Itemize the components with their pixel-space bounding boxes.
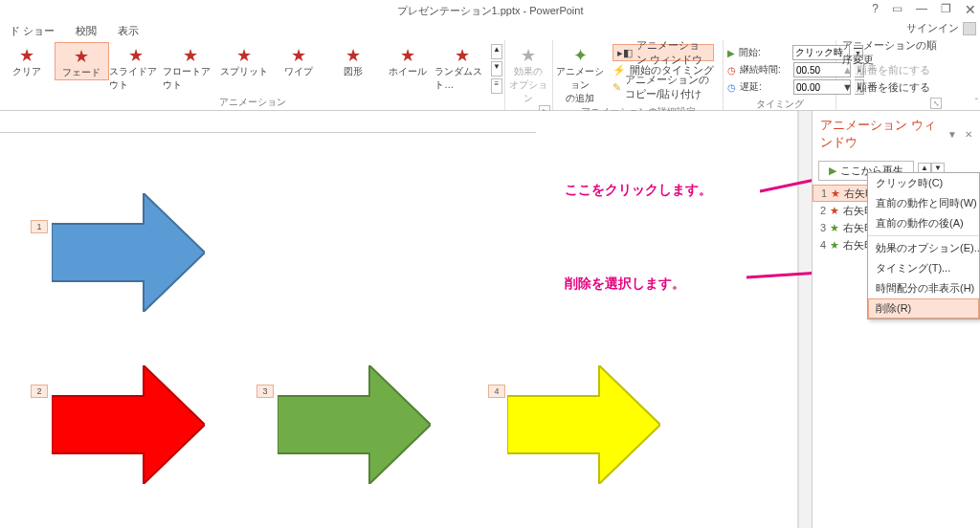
ctx-effect-options[interactable]: 効果のオプション(E)... <box>868 238 979 258</box>
animation-pane-button[interactable]: ▸◧アニメーション ウィンドウ <box>612 44 714 61</box>
animation-painter-button[interactable]: ✎アニメーションのコピー/貼り付け <box>612 78 714 96</box>
clock-icon: ◷ <box>727 82 736 93</box>
pane-close-icon[interactable]: ✕ <box>965 129 972 140</box>
anim-shape[interactable]: ★図形 <box>326 42 381 78</box>
ctx-on-click[interactable]: クリック時(C) <box>868 173 979 193</box>
animation-order-tag[interactable]: 2 <box>31 385 48 398</box>
star-icon: ★ <box>398 46 417 65</box>
timing-group: ▶ 開始: ▼ ◷ 継続時間: ▴ ◷ 遅延: ▴ <box>724 40 836 110</box>
arrow-shape-red[interactable] <box>52 365 205 484</box>
ribbon: ★クリア ★フェード ★スライドアウト ★フロートアウト ★スプリット ★ワイプ… <box>0 40 980 111</box>
ctx-with-previous[interactable]: 直前の動作と同時(W) <box>868 193 979 213</box>
tab-review[interactable]: 校閲 <box>66 22 106 40</box>
tab-slideshow[interactable]: ド ショー <box>0 22 64 40</box>
star-icon: ★ <box>234 46 254 65</box>
arrow-shape-green[interactable] <box>278 365 431 484</box>
animation-order-tag[interactable]: 1 <box>31 220 48 233</box>
annotation-text: ここをクリックします。 <box>565 182 712 199</box>
anim-wipe[interactable]: ★ワイプ <box>272 42 326 78</box>
context-menu: クリック時(C) 直前の動作と同時(W) 直前の動作の後(A) 効果のオプション… <box>867 172 980 319</box>
move-later-button[interactable]: ▼順番を後にする <box>842 78 938 96</box>
star-icon: ★ <box>72 47 91 66</box>
dialog-launcher-icon[interactable]: ⤡ <box>930 98 942 109</box>
gallery-nav: ▲ ▼ ≡ <box>489 42 504 96</box>
add-animation-button[interactable]: ✦ アニメーション の追加 <box>553 42 607 105</box>
sign-in[interactable]: サインイン <box>906 21 976 35</box>
star-icon: ★ <box>519 46 538 65</box>
move-earlier-button[interactable]: ▲順番を前にする <box>842 61 938 78</box>
effect-options-group: ★ 効果の オプション ⤡ <box>505 40 553 110</box>
advanced-animation-group: ✦ アニメーション の追加 ▸◧アニメーション ウィンドウ ⚡開始のタイミング … <box>553 40 724 110</box>
slide-canvas[interactable]: 1 2 3 4 ここをクリックします。 削除を選択します。 <box>0 111 798 528</box>
ribbon-collapse-icon[interactable]: ▭ <box>892 2 902 17</box>
brush-icon: ✎ <box>612 81 621 94</box>
star-icon: ★ <box>181 46 200 65</box>
group-label-animation: アニメーション <box>0 96 504 111</box>
arrow-shape-yellow[interactable] <box>507 365 660 484</box>
animation-pane: アニメーション ウィンドウ ▼✕ ▶ここから再生 ▲▼ 1★右矢印 6▼ 2★右… <box>812 111 980 528</box>
close-icon[interactable]: ✕ <box>965 2 976 17</box>
ctx-remove[interactable]: 削除(R) <box>868 298 979 319</box>
star-icon: ★ <box>344 46 363 65</box>
anim-split[interactable]: ★スプリット <box>217 42 272 78</box>
minimize-icon[interactable]: — <box>916 2 927 17</box>
reorder-title: アニメーションの順序変更 <box>842 44 938 61</box>
gallery-down-icon[interactable]: ▼ <box>491 61 502 77</box>
play-icon: ▶ <box>829 165 836 177</box>
avatar-icon <box>963 22 976 35</box>
help-icon[interactable]: ? <box>872 2 879 17</box>
clock-icon: ◷ <box>727 65 736 76</box>
anim-clear[interactable]: ★クリア <box>0 42 55 78</box>
ribbon-tabs: ド ショー 校閲 表示 <box>0 21 980 40</box>
anim-fade[interactable]: ★フェード <box>55 42 109 80</box>
pane-dropdown-icon[interactable]: ▼ <box>947 129 957 140</box>
star-icon: ★ <box>289 46 308 65</box>
ctx-after-previous[interactable]: 直前の動作の後(A) <box>868 213 979 233</box>
play-icon: ▶ <box>727 48 735 58</box>
tab-view[interactable]: 表示 <box>108 22 148 40</box>
star-plus-icon: ✦ <box>570 46 590 65</box>
separator <box>868 235 979 236</box>
star-icon: ★ <box>17 46 36 65</box>
annotation-text: 削除を選択します。 <box>565 275 685 293</box>
anim-slideout[interactable]: ★スライドアウト <box>109 42 164 92</box>
star-icon: ★ <box>453 46 472 65</box>
restore-icon[interactable]: ❐ <box>941 2 951 17</box>
down-icon: ▼ <box>842 81 853 93</box>
ctx-hide-timeline[interactable]: 時間配分の非表示(H) <box>868 278 979 298</box>
reorder-group: アニメーションの順序変更 ▲順番を前にする ▼順番を後にする ⤡ <box>836 40 944 110</box>
gallery-up-icon[interactable]: ▲ <box>491 44 502 59</box>
arrow-shape-blue[interactable] <box>52 193 205 312</box>
anim-random[interactable]: ★ランダムスト… <box>434 42 489 92</box>
animation-order-tag[interactable]: 4 <box>488 385 505 398</box>
animation-order-tag[interactable]: 3 <box>256 385 274 398</box>
window-controls: ? ▭ — ❐ ✕ <box>872 2 976 17</box>
up-icon: ▲ <box>842 64 853 76</box>
slide-edge <box>0 132 536 133</box>
gallery-more-icon[interactable]: ≡ <box>491 78 502 94</box>
ribbon-collapse-icon[interactable]: ˇ <box>975 98 978 108</box>
window-title: プレゼンテーション1.pptx - PowerPoint <box>397 4 584 18</box>
animation-gallery-group: ★クリア ★フェード ★スライドアウト ★フロートアウト ★スプリット ★ワイプ… <box>0 40 505 110</box>
workspace: 1 2 3 4 ここをクリックします。 削除を選択します。 アニメーション ウィ… <box>0 111 980 528</box>
effect-options-button[interactable]: ★ 効果の オプション <box>505 42 551 105</box>
animation-pane-title: アニメーション ウィンドウ ▼✕ <box>813 111 980 157</box>
title-bar: プレゼンテーション1.pptx - PowerPoint ? ▭ — ❐ ✕ <box>0 0 980 21</box>
flash-icon: ⚡ <box>612 64 626 77</box>
ctx-timing[interactable]: タイミング(T)... <box>868 258 979 278</box>
anim-floatout[interactable]: ★フロートアウト <box>163 42 217 92</box>
anim-wheel[interactable]: ★ホイール <box>380 42 434 78</box>
star-icon: ★ <box>126 46 145 65</box>
pane-icon: ▸◧ <box>617 47 633 59</box>
